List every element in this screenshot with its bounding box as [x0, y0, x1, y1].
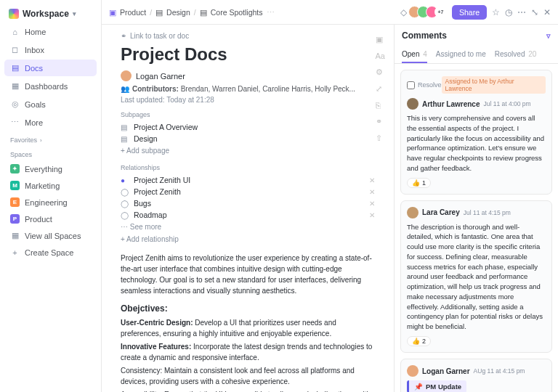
comment-card: Lara CareyJul 11 at 4:15 pm The descript…	[400, 200, 552, 353]
settings-icon[interactable]: ⚙	[376, 68, 385, 77]
presence-avatars[interactable]: +7	[412, 6, 447, 18]
github-icon: ◯	[121, 200, 129, 208]
collapse-icon[interactable]: ⤡	[531, 7, 538, 17]
remove-icon[interactable]: ✕	[369, 176, 375, 184]
relationship-item[interactable]: ◯Bugs	[121, 199, 151, 208]
resolve-checkbox[interactable]: Resolve	[407, 81, 442, 89]
space-marketing[interactable]: MMarketing	[4, 178, 97, 193]
inbox-icon: ◻	[10, 45, 20, 54]
expand-icon[interactable]: ⤢	[376, 84, 385, 94]
relationship-item[interactable]: ◯Project Zenith	[121, 187, 181, 196]
reaction[interactable]: 👍 2	[407, 336, 431, 346]
nav-home[interactable]: ⌂Home	[4, 23, 97, 40]
objectives-heading[interactable]: Obejctives:	[121, 303, 375, 314]
remove-icon[interactable]: ✕	[369, 188, 375, 196]
reaction[interactable]: 👍 1	[407, 178, 431, 188]
github-icon: ◯	[121, 188, 129, 196]
share-button[interactable]: Share	[452, 5, 487, 20]
crumb-design[interactable]: Design	[166, 8, 190, 17]
people-icon: 👥	[121, 85, 129, 93]
workspace-logo	[9, 9, 19, 19]
nav-more[interactable]: ⋯More	[4, 114, 97, 131]
comment-date: Jul 11 at 4:00 pm	[483, 100, 530, 107]
crumb-core[interactable]: Core Spotlights	[211, 8, 263, 17]
tab-open[interactable]: Open 4	[402, 46, 427, 63]
nav-inbox[interactable]: ◻Inbox	[4, 41, 97, 58]
plus-icon: +	[10, 248, 20, 257]
create-space[interactable]: +Create Space	[4, 245, 97, 260]
page-icon: ▤	[121, 135, 129, 143]
objective-item[interactable]: Consistency: Maintain a consistent look …	[121, 365, 375, 387]
notification-icon[interactable]: ▿	[546, 31, 551, 41]
remove-icon[interactable]: ✕	[369, 200, 375, 208]
comment-author[interactable]: Arthur Lawrence	[422, 100, 480, 108]
link-to-task[interactable]: ⚭Link to task or doc	[121, 32, 375, 40]
objective-item[interactable]: Accessibility: Ensure that the UI is acc…	[121, 389, 375, 392]
product-icon: ▣	[109, 8, 116, 17]
contributors-list[interactable]: Brendan, Warren Daniel, Caroline Harris,…	[181, 85, 355, 93]
subpages-label: Subpages	[121, 111, 375, 118]
relation-icon[interactable]: ⚭	[376, 117, 385, 126]
intro-paragraph[interactable]: Project Zenith aims to revolutionize the…	[121, 253, 375, 296]
chevron-down-icon: ▾	[73, 10, 76, 17]
doc-tools: ▣ Aa ⚙ ⤢ ⎘ ⚭ ⇧	[376, 35, 385, 143]
doc-icon: ▤	[155, 8, 163, 17]
remove-icon[interactable]: ✕	[369, 211, 375, 219]
dashboards-icon: ▦	[10, 81, 20, 91]
copy-icon[interactable]: ⎘	[376, 101, 385, 110]
last-updated: Last updated: Today at 21:28	[121, 96, 375, 104]
favorites-label[interactable]: Favorites›	[4, 132, 97, 145]
relationships-label: Relationships	[121, 164, 375, 171]
task-icon: ●	[121, 176, 129, 184]
objective-item[interactable]: User-Centric Design: Develop a UI that p…	[121, 317, 375, 339]
comment-text[interactable]: This is very comprehensive and covers al…	[407, 113, 546, 173]
marketing-icon: M	[10, 181, 20, 190]
close-icon[interactable]: ✕	[543, 7, 551, 17]
space-everything[interactable]: ✦Everything	[4, 161, 97, 176]
pm-update-badge: 📌 PM Update	[407, 380, 466, 392]
tab-resolved[interactable]: Resolved 20	[495, 46, 537, 63]
crumb-product[interactable]: Product	[120, 8, 146, 17]
star-icon[interactable]: ☆	[492, 7, 500, 17]
comment-card: Resolve Assigned to Me by Arthur Lawrenc…	[400, 70, 552, 195]
more-icon[interactable]: ⋯	[267, 8, 275, 17]
export-icon[interactable]: ⇧	[376, 134, 385, 143]
workspace-switcher[interactable]: Workspace ▾	[4, 6, 97, 22]
view-all-spaces[interactable]: ▦View all Spaces	[4, 228, 97, 243]
relationship-item[interactable]: ◯Roadmap	[121, 211, 167, 219]
nav-dashboards[interactable]: ▦Dashboards	[4, 78, 97, 94]
author-name[interactable]: Logan Garner	[136, 72, 185, 81]
comment-author[interactable]: Logan Garner	[422, 367, 470, 375]
clock-icon[interactable]: ◷	[505, 7, 512, 17]
tab-assigned[interactable]: Assigned to me	[436, 46, 486, 63]
comments-panel: Comments▿ Open 4 Assigned to me Resolved…	[394, 25, 558, 392]
grid-icon: ▦	[10, 231, 20, 240]
subpage-item[interactable]: ▤Design	[121, 133, 375, 144]
add-relationship[interactable]: + Add relationship	[121, 233, 375, 245]
more-icon[interactable]: ⋯	[517, 7, 526, 17]
font-icon[interactable]: Aa	[376, 52, 385, 60]
see-more[interactable]: ⋯ See more	[121, 221, 375, 233]
add-subpage[interactable]: + Add subpage	[121, 144, 375, 157]
author-avatar	[121, 70, 132, 81]
relationship-item[interactable]: ●Project Zenith UI	[121, 176, 190, 184]
space-product[interactable]: PProduct	[4, 211, 97, 226]
avatar	[407, 98, 418, 110]
home-icon: ⌂	[10, 27, 20, 36]
objective-item[interactable]: Innovative Features: Incorporate the lat…	[121, 341, 375, 363]
tag-icon[interactable]: ◇	[400, 7, 407, 17]
docs-icon: ▤	[10, 63, 20, 73]
nav-docs[interactable]: ▤Docs	[4, 60, 97, 76]
template-icon[interactable]: ▣	[376, 35, 385, 44]
comment-text[interactable]: The description is thorough and well-det…	[407, 222, 546, 332]
nav-goals[interactable]: ◎Goals	[4, 96, 97, 113]
page-icon: ▤	[121, 123, 129, 131]
doc-title[interactable]: Project Docs	[121, 44, 375, 65]
comment-author[interactable]: Lara Carey	[422, 208, 460, 216]
space-engineering[interactable]: EEngineering	[4, 195, 97, 210]
doc-icon: ▤	[200, 8, 207, 17]
spaces-label: Spaces	[4, 147, 97, 160]
assigned-badge: Assigned to Me by Arthur Lawrence	[442, 76, 546, 94]
goals-icon: ◎	[10, 99, 20, 109]
subpage-item[interactable]: ▤Project A Overview	[121, 121, 375, 133]
